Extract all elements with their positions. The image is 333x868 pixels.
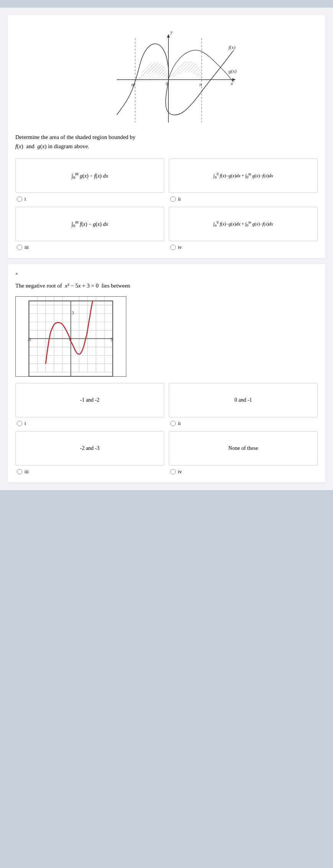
q2-radio-D[interactable] [170,469,176,474]
q1-description: Determine the area of the shaded region … [15,132,318,151]
q2-option-C-text: -2 and -3 [80,445,100,451]
q2-radio-A-label: i [24,420,26,427]
q2-radio-D-row: iv [169,469,318,475]
q1-desc-line2: f(x) and g(x) in diagram above. [15,143,89,149]
q1-option-C-box: ∫nm f(x) − g(x) dx [15,207,164,241]
q2-option-D-box: None of these [169,431,318,466]
q2-radio-row-bottom: iii iv [15,469,318,475]
q2-radio-D-label: iv [178,469,182,475]
svg-text:3: 3 [72,310,74,315]
q1-radio-B[interactable] [170,196,176,202]
q1-option-A-math: ∫nm g(x) − f(x) dx [72,172,108,180]
q1-option-B-math: ∫n0 f(x)−g(x)dx + ∫0m g(x)−f(x)dx [214,172,273,179]
q2-radio-C-label: iii [24,469,29,475]
q1-option-D-math: ∫n0 f(x)−g(x)dx + ∫0m g(x)−f(x)dx [214,220,273,227]
question-1-card: f(x) g(x) m n x y 0 Determine the area o… [8,15,325,258]
q1-graph: f(x) g(x) m n x y 0 [94,23,239,126]
svg-text:g(x): g(x) [229,68,237,74]
q2-graph: -5 0 5 3 [15,296,126,377]
q1-radio-D-label: iv [178,244,182,250]
q1-radio-row-top: i ii [15,196,318,202]
q1-radio-row-bottom: iii iv [15,244,318,250]
q1-desc-line1: Determine the area of the shaded region … [15,134,135,140]
question-2-card: * The negative root of x³ − 5x + 3 = 0 l… [8,264,325,482]
q2-option-B-text: 0 and -1 [235,397,252,403]
q1-radio-C[interactable] [17,245,22,250]
q2-options-grid-bottom: -2 and -3 None of these [15,431,318,466]
q2-radio-row-top: i ii [15,420,318,427]
q2-asterisk: * [15,272,318,278]
q2-option-D-text: None of these [229,445,258,451]
q1-graph-container: f(x) g(x) m n x y 0 [15,23,318,126]
q2-radio-B-row: ii [169,420,318,427]
q2-description: The negative root of x³ − 5x + 3 = 0 lie… [15,281,318,290]
q1-radio-B-row: ii [169,196,318,202]
q1-radio-C-label: iii [24,244,29,250]
q2-options-grid-top: -1 and -2 0 and -1 [15,383,318,417]
q1-radio-D[interactable] [170,245,176,250]
q1-radio-A[interactable] [17,196,22,202]
q1-radio-A-label: i [24,196,26,202]
q2-radio-B[interactable] [170,421,176,426]
q2-radio-A-row: i [15,420,164,427]
svg-text:m: m [131,82,135,87]
svg-text:x: x [230,80,233,86]
q2-radio-C-row: iii [15,469,164,475]
q1-options-grid-top: ∫nm g(x) − f(x) dx ∫n0 f(x)−g(x)dx + ∫0m… [15,159,318,193]
q2-option-A-text: -1 and -2 [80,397,100,403]
q1-option-A-box: ∫nm g(x) − f(x) dx [15,159,164,193]
q1-options-grid-bottom: ∫nm f(x) − g(x) dx ∫n0 f(x)−g(x)dx + ∫0m… [15,207,318,241]
q1-option-D-box: ∫n0 f(x)−g(x)dx + ∫0m g(x)−f(x)dx [169,207,318,241]
page: f(x) g(x) m n x y 0 Determine the area o… [0,8,333,490]
q2-graph-container: -5 0 5 3 [15,296,318,377]
q2-radio-C[interactable] [17,469,22,474]
q1-radio-D-row: iv [169,244,318,250]
svg-text:y: y [170,29,173,35]
svg-text:f(x): f(x) [229,44,235,50]
svg-text:0: 0 [166,81,168,87]
q1-option-C-math: ∫nm f(x) − g(x) dx [72,220,108,228]
q2-radio-B-label: ii [178,420,181,427]
q2-option-A-box: -1 and -2 [15,383,164,417]
q1-radio-A-row: i [15,196,164,202]
q1-radio-B-label: ii [178,196,181,202]
q2-option-C-box: -2 and -3 [15,431,164,466]
q2-option-B-box: 0 and -1 [169,383,318,417]
q1-option-B-box: ∫n0 f(x)−g(x)dx + ∫0m g(x)−f(x)dx [169,159,318,193]
q1-radio-C-row: iii [15,244,164,250]
q2-radio-A[interactable] [17,421,22,426]
svg-text:5: 5 [110,337,113,342]
svg-text:n: n [199,82,202,87]
